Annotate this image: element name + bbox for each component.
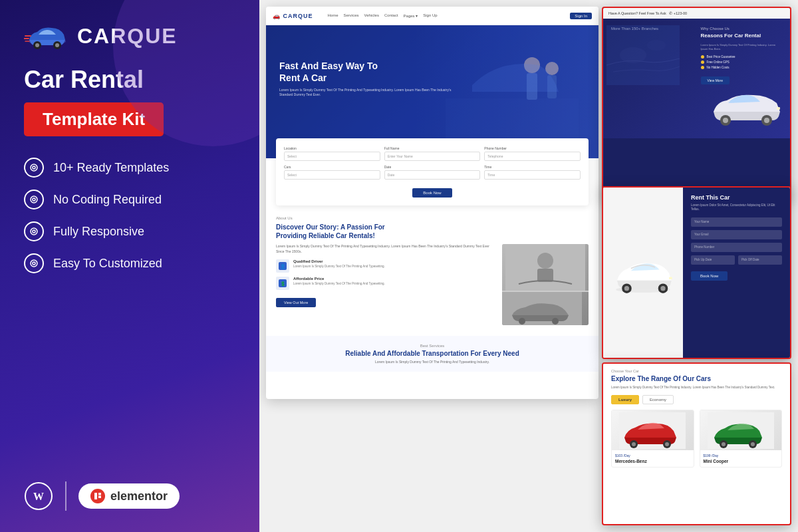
sc-location-input: Select <box>284 152 380 161</box>
br-header: Choose Your Car Explore The Range Of Our… <box>603 364 790 395</box>
br-car-info-0: $103 /Day Mercedes-Benz <box>612 450 694 467</box>
product-title: Car Rental <box>24 66 144 93</box>
elementor-label: elementor <box>110 489 168 503</box>
tr-header-text: Have A Question? Feel Free To Ask ✆ +123… <box>608 11 687 15</box>
svg-point-35 <box>552 318 559 325</box>
feature-item: Fully Responsive <box>24 221 169 241</box>
br-car-card-1: $199 /Day Mini Cooper <box>700 410 783 467</box>
br-tab-luxury[interactable]: Luxury <box>611 395 639 404</box>
feature-icon-0 <box>24 158 44 178</box>
sc-feature-item: 👤 Qualified Driver Lorem Ipsum Is Simply… <box>276 259 495 273</box>
sc-book-button: Book Now <box>412 188 452 198</box>
sc-nav-links: Home Services Vehicles Contact Pages ▾ S… <box>328 13 438 18</box>
sc-services-text: Lorem Ipsum Is Simply Dummy Text Of The … <box>276 360 589 364</box>
feature-label-2: Fully Responsive <box>53 225 144 239</box>
sc-feature-item: 💲 Affordable Price Lorem Ipsum Is Simply… <box>276 277 495 290</box>
sc-nav-signin: Sign In <box>570 13 592 19</box>
sc-nav-link: Pages ▾ <box>404 13 418 18</box>
sc-date-input: Date <box>384 170 481 180</box>
mr-car-section <box>603 188 683 358</box>
svg-rect-50 <box>669 277 672 279</box>
svg-point-55 <box>665 442 669 446</box>
svg-point-41 <box>723 118 728 123</box>
bot-right-screenshot: Choose Your Car Explore The Range Of Our… <box>602 362 791 525</box>
feature-item: No Coding Required <box>24 190 169 209</box>
feature-label-0: 10+ Ready Templates <box>53 161 169 175</box>
svg-point-10 <box>31 196 37 203</box>
mr-form-section: Rent This Car Lorem Ipsum Dolor Sit Amet… <box>683 188 790 358</box>
svg-point-15 <box>33 262 35 265</box>
sc-about-title: Discover Our Story: A Passion For Provid… <box>276 223 396 240</box>
carque-logo-icon <box>24 21 70 51</box>
svg-point-13 <box>33 230 35 233</box>
svg-text:👤: 👤 <box>280 263 286 269</box>
logo-area: CARQUE <box>24 21 178 51</box>
brand-name: CARQUE <box>77 24 178 49</box>
svg-rect-18 <box>94 493 97 499</box>
tr-hero-title: Reasons For Car Rental <box>701 33 781 39</box>
sc-services-title: Reliable And Affordable Transportation F… <box>276 350 589 357</box>
svg-point-9 <box>33 166 35 169</box>
sc-booking-form: Location Select Full Name Enter Your Nam… <box>276 138 589 205</box>
br-car-image-1 <box>700 410 782 450</box>
svg-point-53 <box>632 442 636 446</box>
tr-hero-car <box>707 82 787 128</box>
tr-bullet-0: Best Price Guarantee <box>701 55 783 59</box>
sc-hero-image <box>446 32 579 152</box>
br-tab-economy[interactable]: Economy <box>642 395 674 404</box>
br-desc: Lorem Ipsum Is Simply Dummy Text Of The … <box>611 386 782 390</box>
br-car-price-0: $103 /Day <box>615 454 690 458</box>
tr-bullet-1: Free Online GPS <box>701 61 783 64</box>
br-cars-grid: $103 /Day Mercedes-Benz <box>603 410 790 467</box>
svg-text:💲: 💲 <box>280 281 286 287</box>
mr-form-desc: Lorem Ipsum Dolor Sit Amet, Consectetur … <box>691 203 782 212</box>
tr-hero-desc: Lorem Ipsum Is Simply Dummy Text Of Prin… <box>701 43 783 51</box>
svg-point-34 <box>519 318 525 325</box>
top-right-screenshot: Have A Question? Feel Free To Ask ✆ +123… <box>602 7 791 200</box>
tr-why-tag: Why Choose Us <box>701 27 783 31</box>
sc-nav-link: Home <box>328 13 338 18</box>
svg-point-43 <box>764 118 769 123</box>
main-screenshot: 🚗 CARQUE Home Services Vehicles Contact … <box>266 7 598 399</box>
elementor-icon <box>90 489 105 503</box>
svg-rect-44 <box>777 107 780 110</box>
elementor-badge: elementor <box>78 483 180 509</box>
sc-nav-link: Sign Up <box>423 13 437 18</box>
right-panel: 🚗 CARQUE Home Services Vehicles Contact … <box>259 0 798 532</box>
svg-point-60 <box>751 442 755 446</box>
left-panel: CARQUE Car Rental Template Kit 10+ Ready… <box>0 0 259 532</box>
sc-nav-link: Services <box>344 13 359 18</box>
svg-rect-20 <box>98 496 101 499</box>
tr-hero-section: More Than 150+ Branches Why Choose Us Re… <box>603 19 790 138</box>
svg-point-12 <box>31 228 37 235</box>
sc-services-tag: Best Services <box>276 344 589 348</box>
br-tag: Choose Your Car <box>611 369 782 373</box>
sc-about: About Us Discover Our Story: A Passion F… <box>266 205 598 336</box>
sc-nav-link: Contact <box>384 13 398 18</box>
feature-icon-3 <box>24 253 44 273</box>
features-list: 10+ Ready Templates No Coding Required F… <box>24 158 169 273</box>
sc-hero-title: Fast And Easy Way ToRent A Car <box>279 60 412 84</box>
sc-nav-brand: 🚗 CARQUE <box>273 13 313 19</box>
svg-point-47 <box>624 286 629 291</box>
svg-text:W: W <box>33 491 44 502</box>
feature-label-1: No Coding Required <box>53 193 162 207</box>
sc-nav-link: Vehicles <box>364 13 379 18</box>
sc-view-more-button: View Out More <box>276 298 316 307</box>
br-car-card-0: $103 /Day Mercedes-Benz <box>611 410 694 467</box>
mr-name-input: Your Name <box>691 217 782 227</box>
sc-time-input: Time <box>484 170 581 180</box>
svg-point-14 <box>31 260 37 267</box>
feature-item: 10+ Ready Templates <box>24 158 169 178</box>
sc-about-image <box>502 244 589 325</box>
br-car-price-1: $199 /Day <box>704 454 779 458</box>
svg-point-4 <box>55 43 59 47</box>
svg-point-49 <box>660 286 665 291</box>
br-car-info-1: $199 /Day Mini Cooper <box>700 450 782 467</box>
br-car-image-0 <box>612 410 694 450</box>
mr-book-button: Book Now <box>691 271 728 281</box>
svg-point-2 <box>35 43 39 47</box>
feature-label-3: Easy To Customized <box>53 257 162 271</box>
br-car-name-0: Mercedes-Benz <box>615 459 690 464</box>
svg-rect-19 <box>98 493 101 495</box>
